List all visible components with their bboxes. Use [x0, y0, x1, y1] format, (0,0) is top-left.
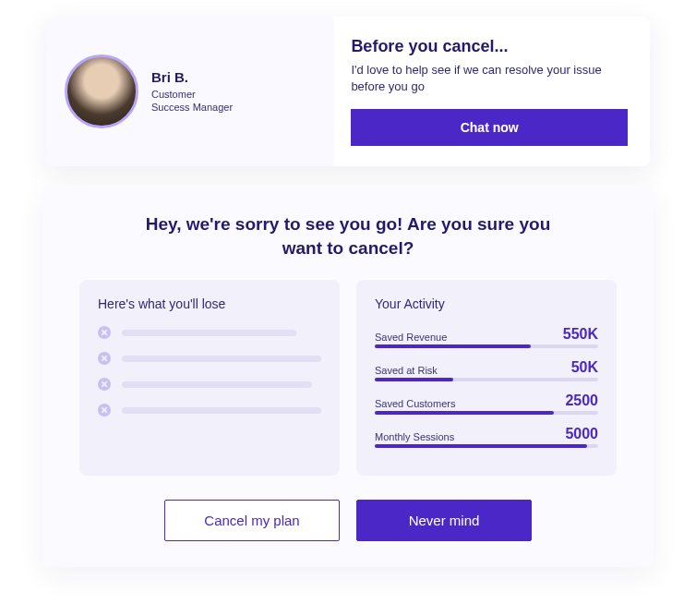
metric-label: Saved Customers [375, 398, 455, 409]
metric-label: Saved Revenue [375, 332, 447, 343]
cancel-plan-button[interactable]: Cancel my plan [164, 500, 340, 541]
x-circle-icon [98, 404, 111, 417]
lose-panel: Here's what you'll lose [79, 280, 340, 476]
metric-bar [375, 378, 598, 381]
outreach-card: Bri B. Customer Success Manager Before y… [46, 17, 650, 166]
chat-now-button[interactable]: Chat now [351, 109, 628, 146]
metric-row: Saved Revenue550K [375, 326, 598, 343]
metric-row: Saved at Risk50K [375, 359, 598, 376]
metric-value: 550K [563, 326, 598, 343]
metric-label: Saved at Risk [375, 365, 438, 376]
activity-panel: Your Activity Saved Revenue550KSaved at … [356, 280, 617, 476]
metric-value: 50K [571, 359, 598, 376]
lose-item [98, 326, 321, 339]
person-panel: Bri B. Customer Success Manager [46, 17, 334, 166]
never-mind-button[interactable]: Never mind [356, 500, 532, 541]
message-body: I'd love to help see if we can resolve y… [351, 62, 628, 94]
metric-row: Saved Customers2500 [375, 393, 598, 409]
metric-label: Monthly Sessions [375, 431, 454, 442]
lose-item [98, 352, 321, 365]
x-circle-icon [98, 352, 111, 365]
message-panel: Before you cancel... I'd love to help se… [334, 17, 650, 166]
avatar [65, 54, 138, 128]
metric-bar [375, 344, 598, 348]
metric-row: Monthly Sessions5000 [375, 426, 598, 442]
placeholder-bar [122, 356, 321, 362]
metric-bar [375, 411, 598, 415]
metric-value: 5000 [565, 426, 598, 442]
metric-value: 2500 [565, 393, 598, 409]
placeholder-bar [122, 407, 321, 414]
person-name: Bri B. [151, 69, 233, 85]
lose-item [98, 404, 321, 417]
lose-item [98, 378, 321, 391]
lose-panel-title: Here's what you'll lose [98, 296, 321, 311]
x-circle-icon [98, 378, 111, 391]
metric-bar [375, 444, 598, 448]
placeholder-bar [122, 330, 296, 336]
cancel-modal: Hey, we're sorry to see you go! Are you … [42, 185, 654, 567]
message-title: Before you cancel... [351, 37, 628, 56]
x-circle-icon [98, 326, 111, 339]
modal-title: Hey, we're sorry to see you go! Are you … [145, 212, 551, 260]
person-role: Customer Success Manager [151, 88, 233, 115]
placeholder-bar [122, 381, 312, 388]
activity-panel-title: Your Activity [375, 296, 598, 311]
